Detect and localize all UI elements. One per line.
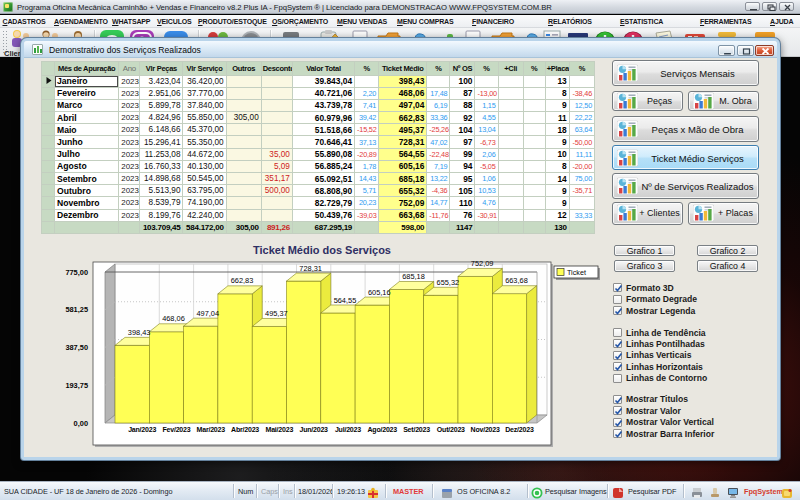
menu-item-whatsapp[interactable]: WHATSAPP: [112, 18, 150, 25]
table-cell[interactable]: 9: [545, 99, 569, 111]
table-cell[interactable]: [523, 87, 545, 99]
table-cell[interactable]: 104: [450, 124, 475, 136]
table-cell[interactable]: Maio: [55, 124, 119, 136]
table-cell[interactable]: 752,09: [379, 197, 427, 209]
table-cell[interactable]: 92: [450, 112, 475, 124]
table-cell[interactable]: 55.890,08: [292, 148, 354, 160]
table-cell[interactable]: 37,13: [355, 136, 379, 148]
table-cell[interactable]: 1,06: [475, 173, 498, 185]
table-cell[interactable]: 44.672,00: [183, 148, 226, 160]
table-cell[interactable]: [523, 148, 545, 160]
table-cell[interactable]: [226, 75, 261, 87]
table-cell[interactable]: -22,48: [427, 148, 450, 160]
table-cell[interactable]: 56.885,24: [292, 160, 354, 172]
table-cell[interactable]: 13,22: [427, 173, 450, 185]
inner-window-title-bar[interactable]: Demonstrativo dos Serviços Realizados: [24, 41, 777, 58]
table-cell[interactable]: 94: [450, 160, 475, 172]
table-cell[interactable]: 685,18: [379, 173, 427, 185]
panel-button--placas[interactable]: + Placas: [688, 202, 759, 226]
table-cell[interactable]: 351,17: [261, 173, 292, 185]
table-cell[interactable]: 87: [450, 87, 475, 99]
table-cell[interactable]: 45.370,00: [183, 124, 226, 136]
table-cell[interactable]: [498, 209, 523, 221]
table-cell[interactable]: Janeiro: [55, 75, 119, 87]
table-cell[interactable]: [226, 209, 261, 221]
table-cell[interactable]: -6,73: [475, 136, 498, 148]
table-cell[interactable]: 47,02: [427, 136, 450, 148]
table-cell[interactable]: [355, 75, 379, 87]
table-cell[interactable]: [226, 136, 261, 148]
column-header[interactable]: Mês de Apuração: [55, 62, 119, 76]
table-cell[interactable]: 50.545,00: [183, 173, 226, 185]
table-cell[interactable]: [569, 197, 594, 209]
table-cell[interactable]: [261, 197, 292, 209]
table-cell[interactable]: [226, 87, 261, 99]
inner-minimize-button[interactable]: [718, 45, 735, 56]
column-header[interactable]: %: [475, 62, 498, 76]
column-header[interactable]: +Cli: [498, 62, 523, 76]
inner-maximize-button[interactable]: [737, 45, 754, 56]
table-cell[interactable]: 2,20: [355, 87, 379, 99]
table-cell[interactable]: [261, 209, 292, 221]
table-cell[interactable]: 17,48: [427, 87, 450, 99]
menu-item-cadastros[interactable]: CADASTROS: [3, 18, 46, 25]
column-header[interactable]: %: [523, 62, 545, 76]
table-cell[interactable]: 74.190,00: [183, 197, 226, 209]
table-cell[interactable]: 662,83: [379, 112, 427, 124]
menu-item-os-or-amento[interactable]: OS/ORÇAMENTO: [272, 18, 328, 25]
table-cell[interactable]: 2023: [119, 136, 140, 148]
table-cell[interactable]: 14,77: [427, 197, 450, 209]
table-cell[interactable]: 97: [450, 136, 475, 148]
table-cell[interactable]: 20,23: [355, 197, 379, 209]
minimize-button[interactable]: [745, 2, 760, 11]
table-cell[interactable]: 9: [545, 197, 569, 209]
table-cell[interactable]: [498, 124, 523, 136]
table-cell[interactable]: 4,76: [475, 197, 498, 209]
menu-item-produto-estoque[interactable]: PRODUTO/ESTOQUE: [198, 18, 267, 25]
table-cell[interactable]: Marco: [55, 99, 119, 111]
checkbox-box[interactable]: [613, 339, 622, 348]
table-cell[interactable]: 5.899,78: [140, 99, 183, 111]
table-cell[interactable]: 4,55: [475, 112, 498, 124]
table-cell[interactable]: 50.439,76: [292, 209, 354, 221]
table-cell[interactable]: 6.148,66: [140, 124, 183, 136]
column-header[interactable]: Outros: [226, 62, 261, 76]
table-cell[interactable]: 99: [450, 148, 475, 160]
table-cell[interactable]: 663,68: [379, 209, 427, 221]
table-cell[interactable]: 2023: [119, 197, 140, 209]
table-cell[interactable]: 9: [545, 136, 569, 148]
table-cell[interactable]: 33,33: [569, 209, 594, 221]
table-cell[interactable]: 564,55: [379, 148, 427, 160]
table-cell[interactable]: -25,26: [427, 124, 450, 136]
menu-item-ferramentas[interactable]: FERRAMENTAS: [700, 18, 752, 25]
table-cell[interactable]: [475, 75, 498, 87]
grafico-button-1[interactable]: Grafico 1: [614, 245, 675, 257]
table-cell[interactable]: -35,71: [569, 185, 594, 197]
panel-button--clientes[interactable]: + Clientes: [612, 202, 683, 226]
table-cell[interactable]: [523, 124, 545, 136]
panel-button-m-obra[interactable]: M. Obra: [688, 91, 759, 111]
checkbox-box[interactable]: [613, 362, 622, 371]
column-header[interactable]: %: [569, 62, 594, 76]
menu-item-relat-rios[interactable]: RELATÓRIOS: [548, 18, 592, 25]
table-row[interactable]: Julho202311.253,0844.672,0035,0055.890,0…: [42, 148, 595, 160]
grafico-button-3[interactable]: Grafico 3: [614, 260, 675, 272]
table-cell[interactable]: 70.646,41: [292, 136, 354, 148]
checkbox-box[interactable]: [613, 429, 622, 438]
table-cell[interactable]: 37.840,00: [183, 99, 226, 111]
panel-button-servi-os-mensais[interactable]: Serviços Mensais: [612, 60, 759, 87]
table-row[interactable]: Marco20235.899,7837.840,0043.739,787,414…: [42, 99, 595, 111]
table-cell[interactable]: 655,32: [379, 185, 427, 197]
checkbox-box[interactable]: [613, 374, 622, 383]
table-cell[interactable]: 3.423,04: [140, 75, 183, 87]
table-row[interactable]: Setembro202314.898,6850.545,00351,1765.0…: [42, 173, 595, 185]
table-cell[interactable]: 5.513,90: [140, 185, 183, 197]
table-row[interactable]: Abril20234.824,9655.850,00305,0060.979,9…: [42, 112, 595, 124]
table-cell[interactable]: 2023: [119, 173, 140, 185]
column-header[interactable]: Vlr Serviço: [183, 62, 226, 76]
table-cell[interactable]: 95: [450, 173, 475, 185]
table-cell[interactable]: [498, 136, 523, 148]
restore-button[interactable]: [762, 2, 777, 11]
checkbox-box[interactable]: [613, 395, 622, 404]
panel-button-n-de-servi-os-realizados[interactable]: Nº de Serviços Realizados: [612, 173, 759, 199]
